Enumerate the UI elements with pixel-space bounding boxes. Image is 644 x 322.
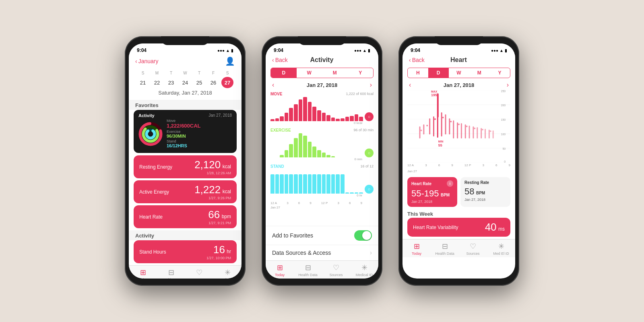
stand-label: Stand [167, 139, 232, 143]
cal-day-21[interactable]: 21 [137, 77, 149, 88]
hrv-card[interactable]: Heart Rate Variability 40 ms [407, 218, 510, 237]
exercise-circle-btn[interactable]: ○ [365, 149, 374, 157]
cal-day-26[interactable]: 26 [207, 77, 219, 88]
active-energy-sub: 1/27, 9:26 PM [194, 196, 231, 200]
period-tab-m-3[interactable]: M [469, 68, 489, 78]
cal-day-24[interactable]: 24 [179, 77, 191, 88]
activity-card[interactable]: Activity Jan 27, 2018 Move 1,222/600CA [134, 110, 237, 153]
tab-today-2[interactable]: ⊞ Today [266, 263, 294, 277]
wifi-icon: ▲ [226, 48, 230, 53]
screen-content-3: ‹ Back Heart H D W M Y ‹ Jan 27, 2018 › [402, 55, 515, 279]
period-tab-m-2[interactable]: M [322, 68, 348, 78]
stand-hours-card[interactable]: Stand Hours 16 hr 1/27, 10:00 PM [134, 240, 237, 263]
date-prev-arrow-3[interactable]: ‹ [409, 81, 411, 89]
heart-rate-unit-1: bpm [222, 214, 231, 219]
period-tab-y-2[interactable]: Y [348, 68, 374, 78]
tab-today-1[interactable]: ⊞ Today [129, 268, 157, 279]
period-tab-d-2[interactable]: D [271, 68, 297, 78]
svg-rect-25 [469, 126, 470, 138]
cal-day-22[interactable]: 22 [151, 77, 163, 88]
heart-rate-card-value: 55-195 BPM [411, 188, 453, 199]
heart-x-label-9: 9 [451, 163, 453, 167]
tab-health-data-1[interactable]: ⊟ Health Data [157, 268, 185, 279]
svg-text:100: 100 [501, 133, 506, 136]
resting-energy-card[interactable]: Resting Energy 2,120 kcal 1/28, 12:26 AM [134, 155, 237, 178]
stand-hours-unit: hr [227, 249, 231, 254]
nav-back-label-1[interactable]: January [138, 58, 159, 64]
bar [275, 174, 279, 194]
date-next-arrow-3[interactable]: › [507, 81, 509, 89]
health-data-label-2: Health Data [298, 273, 318, 277]
active-energy-right: 1,222 kcal 1/27, 9:26 PM [194, 184, 231, 200]
resting-rate-card[interactable]: Resting Rate 58 BPM Jan 27, 2018 [460, 177, 510, 207]
nav-back-3[interactable]: ‹ Back [409, 57, 425, 63]
sources-icon-3: ♡ [470, 242, 476, 251]
bar [280, 116, 284, 121]
svg-point-40 [482, 129, 483, 130]
heart-rate-unit-3: BPM [441, 193, 450, 197]
tab-medical-id-1[interactable]: ✳ Medical ID [213, 268, 242, 279]
cal-day-25[interactable]: 25 [193, 77, 205, 88]
stand-circle-btn[interactable]: ○ [365, 185, 374, 194]
data-sources-row[interactable]: Data Sources & Access › [266, 245, 378, 260]
bar [322, 174, 326, 194]
heart-rate-right-1: 66 bpm 1/27, 9:21 PM [208, 208, 231, 225]
tab-medical-id-3[interactable]: ✳ Med El ID [487, 242, 515, 256]
period-tab-w-2[interactable]: W [297, 68, 322, 78]
svg-rect-21 [453, 120, 454, 138]
time-3: 9:04 [411, 47, 420, 53]
period-tab-h-3[interactable]: H [408, 68, 428, 78]
nav-back-label-3[interactable]: Back [412, 57, 425, 63]
nav-back-label-2[interactable]: Back [275, 57, 288, 63]
nav-title-2: Activity [310, 56, 334, 64]
svg-rect-29 [485, 129, 486, 138]
tab-health-data-3[interactable]: ⊟ Health Data [431, 242, 459, 256]
calendar-header: S M T W T F S [135, 71, 235, 75]
today-icon-1: ⊞ [140, 268, 146, 277]
tab-health-data-2[interactable]: ⊟ Health Data [294, 263, 322, 277]
tab-bar-2: ⊞ Today ⊟ Health Data ♡ Sources ✳ Medica… [266, 260, 378, 279]
cal-day-27[interactable]: 27 [221, 77, 233, 88]
heart-rate-card-3[interactable]: Heart Rate i 55-195 BPM Jan 27, 2018 [407, 177, 457, 207]
bar [299, 99, 303, 121]
nav-back-2[interactable]: ‹ Back [272, 57, 288, 63]
period-tab-y-3[interactable]: Y [489, 68, 510, 78]
active-energy-card[interactable]: Active Energy 1,222 kcal 1/27, 9:26 PM [134, 180, 237, 203]
exercise-zero-label: 0 min [270, 157, 374, 161]
tab-sources-3[interactable]: ♡ Sources [459, 242, 487, 256]
date-next-arrow-2[interactable]: › [370, 81, 372, 89]
today-icon-2: ⊞ [277, 263, 283, 272]
sources-label-3: Sources [466, 252, 479, 256]
bar [326, 174, 330, 194]
favorites-toggle[interactable] [354, 230, 372, 241]
bar [341, 174, 345, 194]
info-badge[interactable]: i [447, 180, 453, 187]
bar [317, 110, 321, 121]
tab-today-3[interactable]: ⊞ Today [402, 242, 431, 256]
tab-medical-id-2[interactable]: ✳ Medical ID [350, 263, 378, 277]
tab-bar-1: ⊞ Today ⊟ Health Data ♡ Sources ✳ Medica… [129, 265, 242, 279]
stand-hours-right: 16 hr 1/27, 10:00 PM [206, 244, 231, 260]
svg-point-33 [426, 125, 428, 126]
bar [322, 113, 326, 121]
profile-icon[interactable]: 👤 [225, 56, 235, 66]
nav-back-1[interactable]: ‹ January [135, 58, 158, 64]
active-energy-label: Active Energy [139, 189, 169, 195]
heart-rate-date-3: Jan 27, 2018 [411, 200, 453, 204]
bar [331, 174, 335, 194]
cal-day-23[interactable]: 23 [165, 77, 177, 88]
tab-sources-1[interactable]: ♡ Sources [185, 268, 213, 279]
bar [308, 174, 312, 194]
svg-rect-18 [441, 112, 442, 136]
heart-x-labels: 12 A 3 6 9 12 P 3 6 9 [402, 163, 515, 168]
period-tab-w-3[interactable]: W [449, 68, 469, 78]
date-prev-arrow-2[interactable]: ‹ [272, 81, 274, 89]
tab-sources-2[interactable]: ♡ Sources [322, 263, 350, 277]
status-bar-2: 9:04 ●●● ▲ ▮ [266, 43, 378, 55]
heart-rate-card-1[interactable]: Heart Rate 66 bpm 1/27, 9:21 PM [134, 205, 237, 228]
hrv-value: 40 ms [485, 221, 505, 233]
move-circle-btn[interactable]: ○ [365, 112, 374, 121]
bar [345, 117, 349, 121]
period-tab-d-3[interactable]: D [428, 68, 449, 78]
bar [317, 150, 321, 157]
